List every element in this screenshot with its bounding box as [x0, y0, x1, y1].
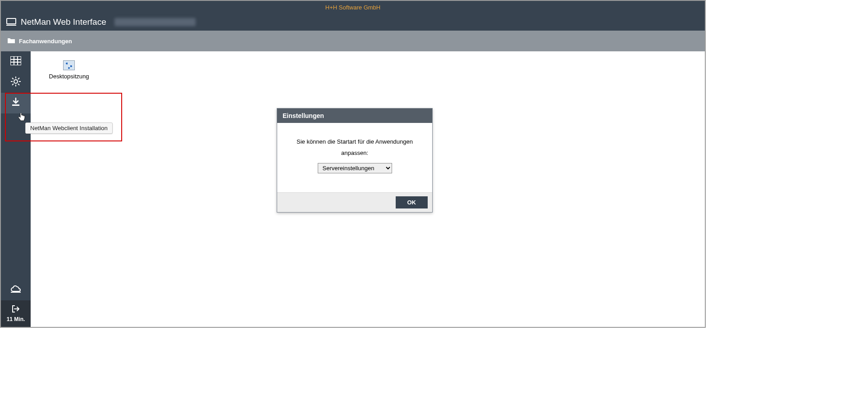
- svg-rect-1: [6, 25, 16, 26]
- desktop-session-icon: [63, 60, 75, 70]
- dialog-body: Sie können die Startart für die Anwendun…: [277, 123, 432, 192]
- svg-point-7: [14, 80, 18, 83]
- app-tile-desktopsession[interactable]: Desktopsitzung: [44, 60, 94, 80]
- timeout-label: 11 Min.: [7, 316, 25, 322]
- breadcrumb-label: Fachanwendungen: [19, 38, 72, 45]
- settings-dialog: Einstellungen Sie können die Startart fü…: [277, 108, 433, 213]
- svg-line-13: [18, 84, 19, 85]
- cloud-icon: [10, 285, 22, 295]
- redacted-hostname: [114, 18, 196, 26]
- svg-rect-2: [10, 56, 21, 65]
- app-frame: H+H Software GmbH NetMan Web Interface F…: [0, 0, 706, 328]
- download-icon: [11, 97, 21, 109]
- logout-icon: [12, 305, 20, 314]
- svg-line-14: [12, 84, 14, 85]
- company-name: H+H Software GmbH: [325, 4, 380, 11]
- svg-rect-17: [11, 292, 21, 293]
- grid-icon: [10, 56, 21, 67]
- folder-icon: [7, 37, 15, 45]
- app-tile-label: Desktopsitzung: [49, 73, 89, 80]
- breadcrumb-bar: Fachanwendungen: [1, 31, 705, 51]
- sidebar-item-grid[interactable]: [1, 51, 31, 72]
- tooltip-text: NetMan Webclient Installation: [30, 125, 108, 131]
- app-title: NetMan Web Interface: [21, 17, 106, 27]
- sidebar-logout[interactable]: 11 Min.: [1, 300, 31, 327]
- sidebar-item-cloud[interactable]: [1, 280, 31, 300]
- dialog-title: Einstellungen: [277, 109, 432, 123]
- sidebar-item-settings[interactable]: [1, 72, 31, 93]
- monitor-icon: [6, 18, 16, 26]
- svg-rect-16: [12, 104, 19, 106]
- tooltip-webclient-install: NetMan Webclient Installation: [25, 122, 113, 134]
- svg-line-12: [12, 78, 14, 79]
- dialog-text-line2: anpassen:: [286, 148, 423, 159]
- sidebar-item-download[interactable]: [1, 93, 31, 113]
- dialog-footer: OK: [277, 192, 432, 212]
- titlebar: NetMan Web Interface: [1, 14, 705, 31]
- sidebar: 11 Min.: [1, 51, 31, 327]
- svg-rect-0: [7, 18, 16, 24]
- startmode-select[interactable]: Servereinstellungen: [318, 163, 392, 173]
- company-banner: H+H Software GmbH: [1, 1, 705, 14]
- ok-button[interactable]: OK: [396, 196, 428, 208]
- svg-line-15: [18, 78, 19, 79]
- gear-icon: [10, 76, 21, 89]
- dialog-text-line1: Sie können die Startart für die Anwendun…: [286, 136, 423, 148]
